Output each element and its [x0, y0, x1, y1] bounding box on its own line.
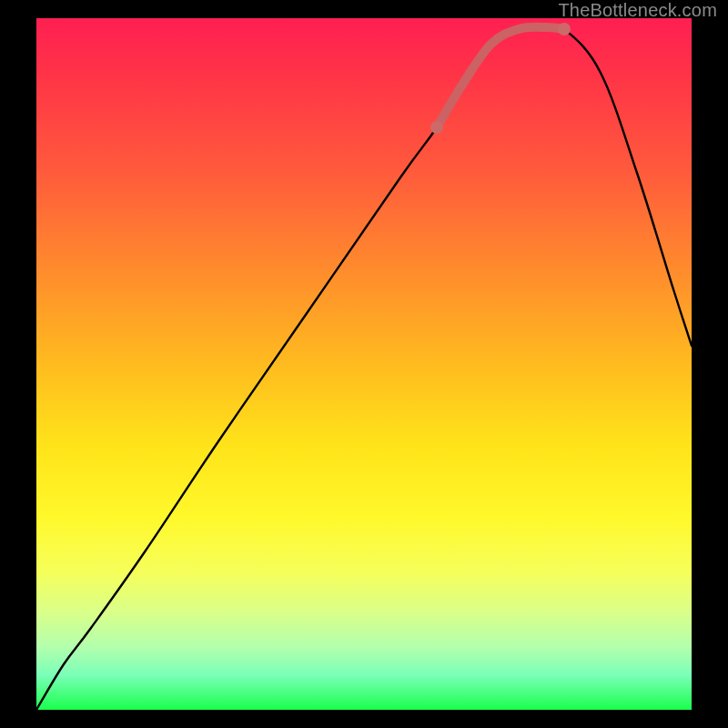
valley-marker-end — [558, 23, 571, 35]
bottleneck-curve — [36, 25, 692, 710]
bottleneck-curve-svg — [36, 18, 692, 710]
watermark-text: TheBottleneck.com — [558, 0, 717, 21]
chart-stage: TheBottleneck.com — [0, 0, 728, 728]
valley-marker-segment — [437, 27, 564, 127]
valley-marker-start — [430, 121, 443, 134]
